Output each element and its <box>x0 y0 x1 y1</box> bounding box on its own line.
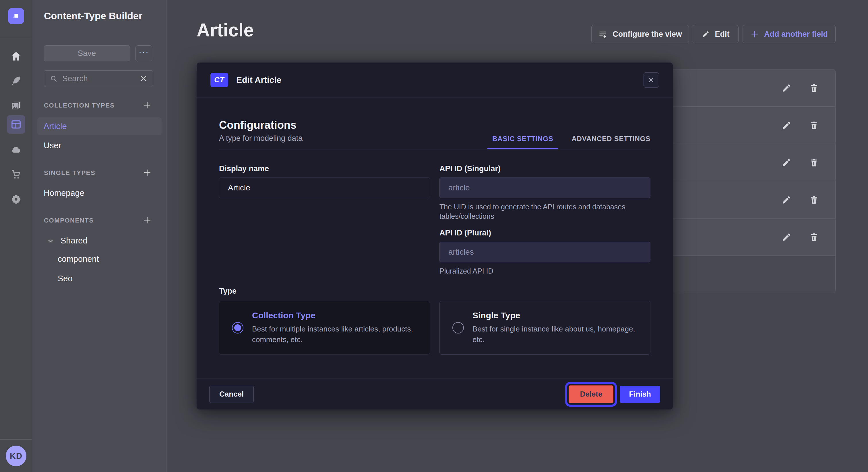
nav-media-library-icon[interactable] <box>7 96 25 115</box>
strapi-logo[interactable] <box>8 8 24 24</box>
more-options-button[interactable]: ··· <box>135 45 152 61</box>
row-delete-button[interactable] <box>806 117 822 133</box>
page-title: Article <box>197 20 254 41</box>
search-icon <box>50 74 58 82</box>
sidebar-item-label: Seo <box>58 274 73 283</box>
api-id-plural-hint: Pluralized API ID <box>439 266 634 276</box>
configurations-subtitle: A type for modeling data <box>219 134 303 149</box>
tab-advanced-settings[interactable]: ADVANCED SETTINGS <box>571 135 650 143</box>
sidebar-item-seo[interactable]: Seo <box>58 270 73 288</box>
collection-type-title: Collection Type <box>252 310 417 320</box>
settings-tabs: BASIC SETTINGS ADVANCED SETTINGS <box>492 135 650 149</box>
search-input[interactable] <box>62 74 135 83</box>
edit-article-modal: CT Edit Article Configurations A type fo… <box>197 63 673 409</box>
nav-cloud-icon[interactable] <box>7 140 25 159</box>
add-component-button[interactable] <box>141 214 154 227</box>
display-name-input[interactable] <box>219 177 430 198</box>
modal-footer: Cancel Delete Finish <box>197 378 673 409</box>
configure-view-label: Configure the view <box>613 30 682 39</box>
add-collection-type-button[interactable] <box>141 99 154 111</box>
api-id-plural-label: API ID (Plural) <box>439 228 650 238</box>
nav-content-icon[interactable] <box>7 72 25 90</box>
api-id-singular-input[interactable] <box>439 177 650 198</box>
configurations-header: Configurations A type for modeling data … <box>219 119 650 149</box>
save-button[interactable]: Save <box>43 45 130 61</box>
main-nav-rail: KD <box>0 0 32 472</box>
single-types-heading: SINGLE TYPES <box>44 169 95 177</box>
row-delete-button[interactable] <box>806 155 822 171</box>
sidebar-item-label: component <box>58 255 99 264</box>
row-edit-button[interactable] <box>778 229 795 245</box>
row-delete-button[interactable] <box>806 192 822 208</box>
configure-list-icon <box>598 30 608 39</box>
api-id-singular-label: API ID (Singular) <box>439 164 650 173</box>
api-id-singular-field: API ID (Singular) The UID is used to gen… <box>439 164 650 221</box>
configurations-form: Display name API ID (Singular) The UID i… <box>219 164 650 276</box>
api-id-singular-hint: The UID is used to generate the API rout… <box>439 202 634 221</box>
ellipsis-icon: ··· <box>138 47 149 57</box>
collection-type-card[interactable]: Collection Type Best for multiple instan… <box>219 301 430 355</box>
single-type-description: Best for single instance like about us, … <box>472 324 638 345</box>
row-edit-button[interactable] <box>778 192 795 208</box>
sidebar-item-label: Homepage <box>43 189 84 198</box>
sidebar-item-label: Article <box>43 122 67 131</box>
edit-label: Edit <box>715 30 730 39</box>
add-another-field-button[interactable]: Add another field <box>743 25 836 43</box>
tab-basic-settings[interactable]: BASIC SETTINGS <box>492 135 553 143</box>
sidebar-item-user[interactable]: User <box>43 136 61 155</box>
type-options: Collection Type Best for multiple instan… <box>219 301 650 355</box>
group-label: Shared <box>61 236 88 245</box>
clear-search-icon[interactable] <box>140 75 147 82</box>
nav-home-icon[interactable] <box>7 47 25 65</box>
rail-divider-bottom <box>0 439 32 440</box>
type-section-label: Type <box>219 287 650 296</box>
plugin-sidebar: Content-Type Builder Save ··· COLLECTION… <box>32 0 166 472</box>
collection-types-heading: COLLECTION TYPES <box>44 102 115 109</box>
nav-marketplace-icon[interactable] <box>7 165 25 183</box>
modal-title: Edit Article <box>236 75 281 85</box>
single-type-card[interactable]: Single Type Best for single instance lik… <box>439 301 650 355</box>
nav-content-type-builder-icon[interactable] <box>7 115 25 134</box>
display-name-label: Display name <box>219 164 430 173</box>
row-delete-button[interactable] <box>806 80 822 96</box>
row-edit-button[interactable] <box>778 117 795 133</box>
single-type-title: Single Type <box>472 310 638 320</box>
sidebar-title: Content-Type Builder <box>44 10 143 22</box>
close-icon <box>648 76 655 83</box>
radio-selected-icon[interactable] <box>232 322 243 334</box>
api-id-plural-field: API ID (Plural) Pluralized API ID <box>439 228 650 276</box>
add-single-type-button[interactable] <box>141 166 154 179</box>
components-heading: COMPONENTS <box>44 217 94 224</box>
nav-settings-icon[interactable] <box>7 190 25 208</box>
sidebar-item-article[interactable]: Article <box>37 117 162 135</box>
row-delete-button[interactable] <box>806 229 822 245</box>
user-avatar[interactable]: KD <box>6 446 26 466</box>
chevron-down-icon <box>47 237 54 245</box>
finish-button[interactable]: Finish <box>620 386 660 403</box>
delete-button[interactable]: Delete <box>569 385 613 403</box>
footer-actions: Delete Finish <box>569 385 660 403</box>
collection-type-description: Best for multiple instances like article… <box>252 324 417 345</box>
close-modal-button[interactable] <box>644 72 659 88</box>
configurations-title: Configurations <box>219 119 303 131</box>
display-name-field: Display name <box>219 164 430 221</box>
search-box[interactable] <box>43 70 153 87</box>
sidebar-item-label: User <box>43 141 61 150</box>
configure-view-button[interactable]: Configure the view <box>591 25 689 43</box>
plus-icon <box>750 30 759 38</box>
sidebar-item-homepage[interactable]: Homepage <box>43 184 84 202</box>
modal-header: CT Edit Article <box>197 63 673 98</box>
content-type-badge: CT <box>210 73 228 87</box>
modal-body: Configurations A type for modeling data … <box>197 119 673 355</box>
radio-unselected-icon[interactable] <box>453 322 464 334</box>
rail-divider-top <box>0 37 32 37</box>
cancel-button[interactable]: Cancel <box>209 386 254 403</box>
edit-button[interactable]: Edit <box>693 25 739 43</box>
api-id-plural-input[interactable] <box>439 242 650 262</box>
component-group-shared[interactable]: Shared <box>47 232 88 250</box>
add-another-field-label: Add another field <box>764 30 828 39</box>
sidebar-item-component[interactable]: component <box>58 250 99 268</box>
row-edit-button[interactable] <box>778 155 795 171</box>
row-edit-button[interactable] <box>778 80 795 96</box>
pencil-icon <box>702 30 710 38</box>
